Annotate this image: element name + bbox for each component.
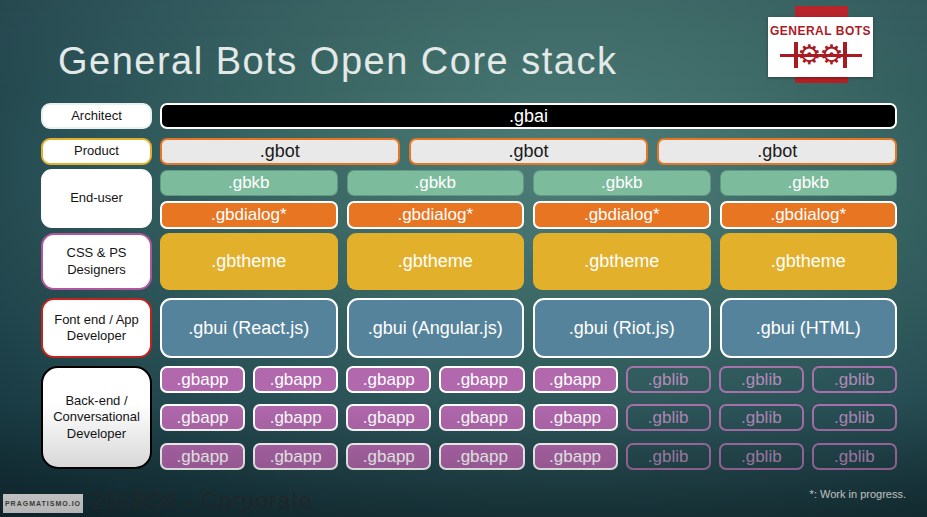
row-backend-1: .gbapp .gbapp .gbapp .gbapp .gbapp .gbli… <box>160 366 897 393</box>
gbkb-box: .gbkb <box>720 170 898 196</box>
gbdialog-box: .gbdialog* <box>347 201 525 229</box>
gbapp-box: .gbapp <box>346 366 431 393</box>
gbapp-box: .gbapp <box>253 366 338 393</box>
gbapp-box: .gbapp <box>346 404 431 431</box>
row-gbai: .gbai <box>160 103 897 129</box>
gbkb-box: .gbkb <box>347 170 525 196</box>
gbapp-box: .gbapp <box>439 404 524 431</box>
gblib-box: .gblib <box>812 404 897 431</box>
gbapp-box: .gbapp <box>439 443 524 470</box>
gbai-box: .gbai <box>160 103 897 129</box>
gbdialog-box: .gbdialog* <box>160 201 338 229</box>
row-backend-3: .gbapp .gbapp .gbapp .gbapp .gbapp .gbli… <box>160 443 897 470</box>
gblib-box: .gblib <box>812 366 897 393</box>
gblib-box: .gblib <box>626 404 711 431</box>
work-in-progress-note: *: Work in progress. <box>810 488 906 500</box>
gblib-box: .gblib <box>719 443 804 470</box>
gbkb-box: .gbkb <box>533 170 711 196</box>
row-gbtheme: .gbtheme .gbtheme .gbtheme .gbtheme <box>160 233 897 290</box>
row-gbdialog: .gbdialog* .gbdialog* .gbdialog* .gbdial… <box>160 201 897 229</box>
pragmatismo-logo: PRAGMATISMO.IO <box>3 494 83 513</box>
row-label-architect: Architect <box>41 103 152 129</box>
gbapp-box: .gbapp <box>160 366 245 393</box>
gblib-box: .gblib <box>626 443 711 470</box>
row-gbot: .gbot .gbot .gbot <box>160 138 897 165</box>
gbtheme-box: .gbtheme <box>533 233 711 290</box>
gbapp-box: .gbapp <box>439 366 524 393</box>
gbot-box: .gbot <box>160 138 400 165</box>
gear-icon: ⚙ <box>820 41 844 69</box>
gblib-box: .gblib <box>626 366 711 393</box>
gblib-box: .gblib <box>812 443 897 470</box>
gblib-box: .gblib <box>719 404 804 431</box>
gbui-angular-box: .gbui (Angular.js) <box>347 298 525 358</box>
gbdialog-box: .gbdialog* <box>720 201 898 229</box>
gears-emblem: ⚙ ⚙ <box>778 39 864 71</box>
pragmatismo-logo-text: PRAGMATISMO.IO <box>5 500 81 507</box>
row-label-backend-conversational-developer: Back-end / Conversational Developer <box>41 366 152 469</box>
gbapp-box: .gbapp <box>533 443 618 470</box>
slide: General Bots Open Core stack GENERAL BOT… <box>0 0 927 517</box>
emblem-bar-right <box>843 42 847 68</box>
gbui-react-box: .gbui (React.js) <box>160 298 338 358</box>
gbot-box: .gbot <box>409 138 649 165</box>
gblib-box: .gblib <box>719 366 804 393</box>
gbtheme-box: .gbtheme <box>160 233 338 290</box>
row-label-css-ps-designers: CSS & PS Designers <box>41 233 152 290</box>
gbapp-box: .gbapp <box>346 443 431 470</box>
page-title: General Bots Open Core stack <box>58 40 617 83</box>
row-gbkb: .gbkb .gbkb .gbkb .gbkb <box>160 170 897 196</box>
gbkb-box: .gbkb <box>160 170 338 196</box>
row-backend-2: .gbapp .gbapp .gbapp .gbapp .gbapp .gbli… <box>160 404 897 431</box>
gbui-html-box: .gbui (HTML) <box>720 298 898 358</box>
logo-text: GENERAL BOTS <box>770 24 871 38</box>
gbapp-box: .gbapp <box>533 404 618 431</box>
row-label-frontend-app-developer: Font end / App Developer <box>41 298 152 358</box>
gbtheme-box: .gbtheme <box>720 233 898 290</box>
gbui-riot-box: .gbui (Riot.js) <box>533 298 711 358</box>
gbtheme-box: .gbtheme <box>347 233 525 290</box>
gbapp-box: .gbapp <box>253 404 338 431</box>
general-bots-logo: GENERAL BOTS ⚙ ⚙ <box>768 17 873 77</box>
row-label-product: Product <box>41 138 152 165</box>
gbapp-box: .gbapp <box>160 404 245 431</box>
row-label-end-user: End-user <box>41 169 152 228</box>
gbapp-box: .gbapp <box>160 443 245 470</box>
gbot-box: .gbot <box>657 138 897 165</box>
gear-icon: ⚙ <box>797 41 821 69</box>
gbdialog-box: .gbdialog* <box>533 201 711 229</box>
row-gbui: .gbui (React.js) .gbui (Angular.js) .gbu… <box>160 298 897 358</box>
slide-caption: 2018Q4 - Corporate <box>90 488 313 515</box>
gbapp-box: .gbapp <box>253 443 338 470</box>
gbapp-box: .gbapp <box>533 366 618 393</box>
